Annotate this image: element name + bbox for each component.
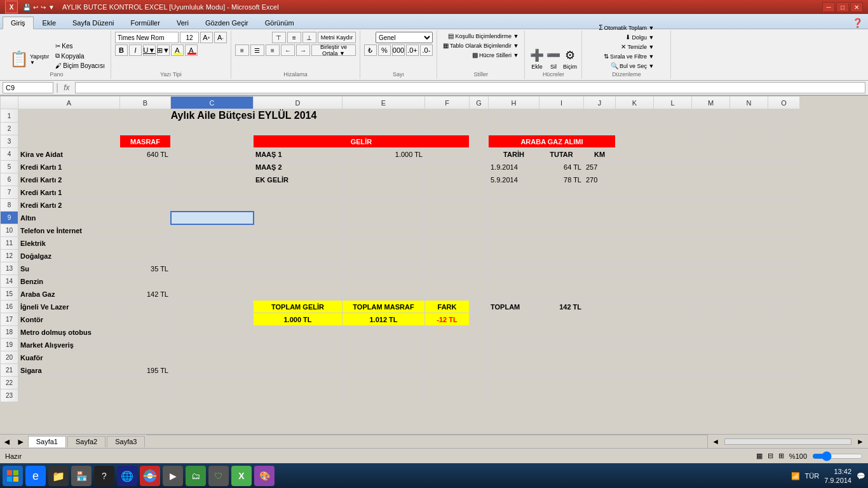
- cell-23j[interactable]: [584, 390, 616, 402]
- cell-5d[interactable]: MAAŞ 2: [254, 161, 342, 173]
- office-logo[interactable]: X: [5, 1, 18, 13]
- cell-12a[interactable]: Doğalgaz: [18, 250, 120, 262]
- merge-center-button[interactable]: Birleştir ve Ortala ▼: [311, 44, 356, 56]
- cell-15b[interactable]: 142 TL: [120, 288, 171, 301]
- cell-10c[interactable]: [171, 224, 254, 237]
- cell-16m[interactable]: [692, 301, 730, 313]
- cell-8i[interactable]: [539, 199, 584, 212]
- cell-4o[interactable]: [768, 148, 800, 161]
- cell-8j[interactable]: [584, 199, 616, 212]
- row-num-16[interactable]: 16: [1, 301, 18, 313]
- decimal-dec-button[interactable]: .0-: [420, 44, 433, 56]
- cell-7o[interactable]: [768, 186, 800, 199]
- row-num-3[interactable]: 3: [1, 135, 18, 148]
- masraf-header[interactable]: MASRAF: [120, 135, 171, 148]
- font-color-button[interactable]: A: [185, 44, 198, 56]
- cell-23c[interactable]: [171, 390, 254, 402]
- chrome-button[interactable]: [140, 466, 160, 486]
- row-num-23[interactable]: 23: [1, 390, 18, 402]
- cell-23b[interactable]: [120, 390, 171, 402]
- cell-21a[interactable]: Sigara: [18, 364, 120, 377]
- cell-19l[interactable]: [654, 339, 692, 351]
- cell-16o[interactable]: [768, 301, 800, 313]
- cell-18n[interactable]: [730, 326, 768, 339]
- cell-3l[interactable]: [654, 135, 692, 148]
- row-num-19[interactable]: 19: [1, 339, 18, 351]
- cell-11l[interactable]: [654, 237, 692, 250]
- notification-icon[interactable]: 💬: [857, 472, 865, 480]
- sheet-nav-next[interactable]: ►: [17, 437, 25, 447]
- cell-23d[interactable]: [254, 390, 342, 402]
- align-center-button[interactable]: ☰: [250, 44, 264, 56]
- cell-2g[interactable]: [470, 123, 489, 135]
- tab-sayfa-duzeni[interactable]: Sayfa Düzeni: [65, 17, 121, 29]
- cell-2o[interactable]: [768, 123, 800, 135]
- cell-20g[interactable]: [470, 351, 489, 364]
- close-button[interactable]: ✕: [850, 2, 863, 12]
- tab-gorunum[interactable]: Görünüm: [257, 17, 302, 29]
- row-num-22[interactable]: 22: [1, 377, 18, 390]
- cell-21o[interactable]: [768, 364, 800, 377]
- align-right-button[interactable]: ≡: [266, 44, 280, 56]
- col-header-a[interactable]: A: [18, 97, 120, 109]
- cell-2b[interactable]: [120, 123, 171, 135]
- cell-16h[interactable]: TOPLAM: [489, 301, 539, 313]
- cell-23f[interactable]: [425, 390, 470, 402]
- cell-3o[interactable]: [768, 135, 800, 148]
- row-num-14[interactable]: 14: [1, 275, 18, 288]
- cell-6i[interactable]: 78 TL: [539, 173, 584, 186]
- cell-15n[interactable]: [730, 288, 768, 301]
- col-header-e[interactable]: E: [342, 97, 425, 109]
- cell-4c[interactable]: [171, 148, 254, 161]
- cell-13d[interactable]: [254, 262, 342, 275]
- cell-1m[interactable]: [692, 109, 730, 123]
- cell-8n[interactable]: [730, 199, 768, 212]
- row-num-17[interactable]: 17: [1, 313, 18, 326]
- cell-2i[interactable]: [539, 123, 584, 135]
- vpn-button[interactable]: 🛡: [208, 466, 229, 486]
- cell-23n[interactable]: [730, 390, 768, 402]
- cell-13o[interactable]: [768, 262, 800, 275]
- scroll-left-btn[interactable]: ◄: [708, 437, 723, 446]
- cell-7h[interactable]: [489, 186, 539, 199]
- indent-inc-button[interactable]: →: [296, 44, 310, 56]
- cell-1i[interactable]: [539, 109, 584, 123]
- cell-18a[interactable]: Metro dolmuş otobus: [18, 326, 120, 339]
- cell-5g[interactable]: [470, 161, 489, 173]
- cell-16i[interactable]: 142 TL: [539, 301, 584, 313]
- cell-7f[interactable]: [425, 186, 470, 199]
- cell-8h[interactable]: [489, 199, 539, 212]
- cell-2e[interactable]: [342, 123, 425, 135]
- row-num-10[interactable]: 10: [1, 224, 18, 237]
- cell-14n[interactable]: [730, 275, 768, 288]
- cell-7l[interactable]: [654, 186, 692, 199]
- cell-19f[interactable]: [425, 339, 470, 351]
- cell-8k[interactable]: [616, 199, 654, 212]
- row-num-7[interactable]: 7: [1, 186, 18, 199]
- cell-13b[interactable]: 35 TL: [120, 262, 171, 275]
- cell-18f[interactable]: [425, 326, 470, 339]
- cell-11d[interactable]: [254, 237, 342, 250]
- cell-22m[interactable]: [692, 377, 730, 390]
- cell-23h[interactable]: [489, 390, 539, 402]
- cell-15d[interactable]: [254, 288, 342, 301]
- tablo-olarak-bicim-button[interactable]: ▦ Tablo Olarak Biçimlendir ▼: [441, 41, 520, 50]
- cell-7n[interactable]: [730, 186, 768, 199]
- cell-22d[interactable]: [254, 377, 342, 390]
- cell-20e[interactable]: [342, 351, 425, 364]
- kosullu-bicimlendirme-button[interactable]: ▤ Koşullu Biçimlendirme ▼: [446, 32, 520, 40]
- cell-23g[interactable]: [470, 390, 489, 402]
- gelir-header[interactable]: GELİR: [254, 135, 470, 148]
- cell-13e[interactable]: [342, 262, 425, 275]
- cell-20b[interactable]: [120, 351, 171, 364]
- cell-15g[interactable]: [470, 288, 489, 301]
- cell-4l[interactable]: [654, 148, 692, 161]
- cell-18c[interactable]: [171, 326, 254, 339]
- media-button[interactable]: ▶: [163, 466, 183, 486]
- cell-18d[interactable]: [254, 326, 342, 339]
- cell-19d[interactable]: [254, 339, 342, 351]
- bicim-label[interactable]: Biçim: [563, 64, 577, 70]
- cell-3c[interactable]: [171, 135, 254, 148]
- cell-21e[interactable]: [342, 364, 425, 377]
- cell-6l[interactable]: [654, 173, 692, 186]
